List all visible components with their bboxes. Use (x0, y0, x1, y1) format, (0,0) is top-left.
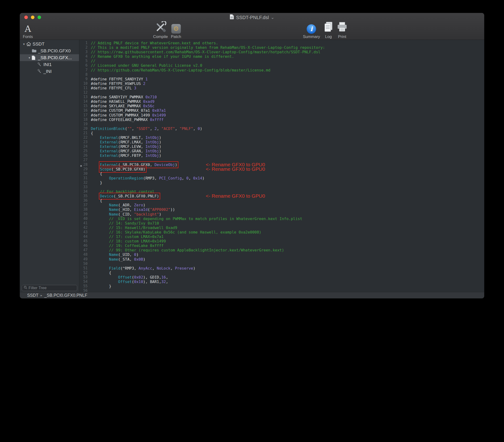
code-line-52[interactable]: { (91, 270, 484, 275)
code-line-29[interactable]: Scope(_SB.PCI0.GFX0)<- Rename GFX0 to GP… (91, 167, 484, 172)
code-line-46[interactable]: // 19: CoffeeLake 0xffff (91, 243, 484, 248)
code-line-25[interactable]: External(RMCF.GRAN, IntObj) (91, 149, 484, 153)
code-area[interactable]: // Adding PNLF device for WhateverGreen.… (90, 41, 484, 292)
code-line-47[interactable]: // 99: Other (requires custom AppleBackl… (91, 248, 484, 252)
summary-button[interactable]: i Summary (303, 22, 320, 39)
log-button[interactable]: Log (323, 22, 334, 39)
code-line-34[interactable]: // For backlight control (91, 189, 484, 194)
code-line-2[interactable]: // This is a modified PNLF version origi… (91, 45, 484, 50)
compile-button[interactable]: Compile (153, 22, 168, 39)
line-number: 8 (79, 72, 88, 77)
code-line-36[interactable]: { (91, 198, 484, 203)
code-line-23[interactable]: External(RMCF.LMAX, IntObj) (91, 140, 484, 144)
line-number: 17 (79, 113, 88, 117)
patch-button[interactable]: ⚙ Patch (171, 22, 181, 39)
line-number: 29 (79, 167, 88, 172)
line-number: 52 (79, 270, 88, 275)
code-line-5[interactable]: // (91, 59, 484, 63)
line-number: 25 (79, 149, 88, 153)
rename-annotation: <- Rename GFX0 to GPU0 (206, 194, 265, 199)
code-line-42[interactable]: // 15: Haswell/Broadwell 0xad9 (91, 226, 484, 230)
code-editor[interactable]: 1234567891011121314151617181920212223242… (79, 40, 484, 292)
code-line-12[interactable] (91, 90, 484, 95)
breadcrumb-root[interactable]: SSDT (27, 293, 38, 298)
filter-tree-input[interactable] (29, 286, 81, 290)
fonts-button[interactable]: A Fonts (23, 22, 33, 39)
code-line-28[interactable]: External(_SB.PCI0.GFX0, DeviceObj)<- Ren… (91, 162, 484, 167)
fonts-icon: A (25, 24, 31, 34)
code-line-33[interactable] (91, 185, 484, 189)
code-line-21[interactable]: { (91, 131, 484, 135)
code-line-3[interactable]: // https://raw.githubusercontent.com/Reh… (91, 50, 484, 54)
code-line-10[interactable]: #define FBTYPE_HSWPLUS 2 (91, 81, 484, 86)
code-line-13[interactable]: #define SANDYIVY_PWMMAX 0x710 (91, 95, 484, 99)
code-line-45[interactable]: // 18: custom LMAX=0x1499 (91, 239, 484, 243)
disclosure-triangle-icon[interactable]: ▼ (22, 43, 26, 46)
filter-field[interactable] (22, 285, 77, 291)
code-line-55[interactable]: } (91, 284, 484, 288)
code-line-4[interactable]: // Rename GFX0 to anything else if your … (91, 54, 484, 59)
code-line-22[interactable]: External(RMCF.BKLT, IntObj) (91, 135, 484, 140)
tree-item-ini[interactable]: _INI (20, 68, 79, 75)
line-number: 14 (79, 99, 88, 104)
line-number: 10 (79, 81, 88, 86)
code-line-8[interactable] (91, 72, 484, 77)
print-button[interactable]: Print (337, 22, 348, 39)
tree-item-ini1[interactable]: INI1 (20, 61, 79, 68)
code-line-24[interactable]: External(RMCF.LEVW, IntObj) (91, 144, 484, 149)
code-line-26[interactable]: External(RMCF.FBTP, IntObj) (91, 153, 484, 158)
code-line-17[interactable]: #define CUSTOM_PWMMAX_1499 0x1499 (91, 113, 484, 117)
line-number: 33 (79, 185, 88, 189)
disclosure-triangle-icon[interactable]: ▼ (27, 56, 32, 59)
line-number: 49 (79, 257, 88, 262)
code-line-27[interactable] (91, 158, 484, 162)
code-line-40[interactable]: // _UID is set depending on PWMMax to ma… (91, 216, 484, 221)
code-line-31[interactable]: OperationRegion(RMP3, PCI_Config, 0, 0x1… (91, 176, 484, 180)
tree-item-sb-pci0-gfx0[interactable]: _SB.PCI0.GFX0 (20, 47, 79, 54)
status-bar: SSDT ▸ _SB.PCI0.GFX0.PNLF (20, 292, 484, 298)
code-line-39[interactable]: Name(_CID, "backlight") (91, 212, 484, 216)
code-line-41[interactable]: // 14: Sandy/Ivy 0x710 (91, 221, 484, 226)
compile-button-label: Compile (153, 35, 168, 39)
code-line-50[interactable] (91, 262, 484, 266)
code-line-6[interactable]: // Licensed under GNU General Public Lic… (91, 63, 484, 68)
code-line-32[interactable]: } (91, 180, 484, 185)
code-line-48[interactable]: Name(_UID, 0) (91, 252, 484, 257)
code-line-30[interactable]: { (91, 172, 484, 176)
line-number: 44 (79, 234, 88, 239)
line-number: 40 (79, 216, 88, 221)
code-line-7[interactable]: // https://github.com/RehabMan/OS-X-Clov… (91, 68, 484, 72)
line-number: 24 (79, 144, 88, 149)
code-line-18[interactable]: #define COFFEELAKE_PWMMAX 0xffff (91, 117, 484, 122)
code-line-20[interactable]: DefinitionBlock("", "SSDT", 2, "ACDT", "… (91, 126, 484, 131)
title-chevron-icon[interactable]: ⌄ (271, 16, 274, 19)
code-line-14[interactable]: #define HASWELL_PWMMAX 0xad9 (91, 99, 484, 104)
sidebar-tree: ▼SSDT_SB.PCI0.GFX0▼_SB.PCI0.GFX...INI1_I… (20, 40, 79, 75)
line-number: 34 (79, 189, 88, 194)
code-line-11[interactable]: #define FBTYPE_CFL 3 (91, 86, 484, 90)
code-line-53[interactable]: Offset(0x02), GDID,16, (91, 275, 484, 280)
code-line-44[interactable]: // 17: custom LMAX=0x7a1 (91, 234, 484, 239)
code-line-37[interactable]: Name(_ADR, Zero) (91, 203, 484, 207)
code-line-54[interactable]: Offset(0x10), BAR1,32, (91, 280, 484, 284)
code-line-16[interactable]: #define CUSTOM_PWMMAX_07a1 0x07a1 (91, 108, 484, 113)
line-number: 26 (79, 153, 88, 158)
tree-item-sb-pci0-gfx0-pnlf[interactable]: ▼_SB.PCI0.GFX... (20, 54, 79, 61)
line-number: 45 (79, 239, 88, 243)
code-line-9[interactable]: #define FBTYPE_SANDYIVY 1 (91, 77, 484, 81)
code-line-49[interactable]: Name(_STA, 0x0B) (91, 257, 484, 262)
code-line-15[interactable]: #define SKYLAKE_PWMMAX 0x56c (91, 104, 484, 108)
code-line-38[interactable]: Name(_HID, EisaId("APP0002")) (91, 207, 484, 212)
tree-item-ssdt[interactable]: ▼SSDT (20, 41, 79, 47)
print-button-label: Print (338, 35, 346, 39)
code-line-1[interactable]: // Adding PNLF device for WhateverGreen.… (91, 41, 484, 45)
title-bar[interactable]: SSDT-PNLF.dsl ⌄ (20, 13, 484, 22)
code-line-35[interactable]: Device(_SB.PCI0.GFX0.PNLF)<- Rename GFX0… (91, 194, 484, 198)
code-line-51[interactable]: Field(^RMP3, AnyAcc, NoLock, Preserve) (91, 266, 484, 270)
line-number: 32 (79, 180, 88, 185)
breadcrumb-current[interactable]: _SB.PCI0.GFX0.PNLF (44, 293, 87, 298)
code-line-43[interactable]: // 16: Skylake/KabyLake 0x56c (and some … (91, 230, 484, 234)
line-number: 23 (79, 140, 88, 144)
code-line-19[interactable] (91, 122, 484, 126)
code-line-56[interactable] (91, 288, 484, 292)
